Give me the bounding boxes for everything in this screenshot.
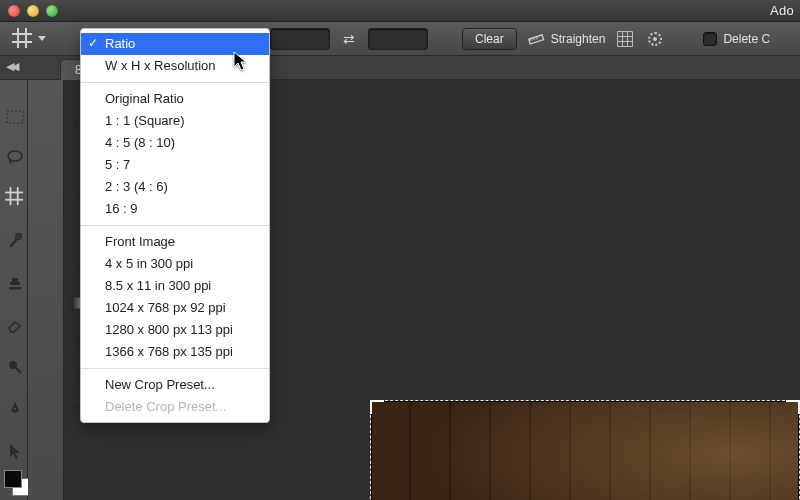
- minimize-icon[interactable]: [27, 5, 39, 17]
- stamp-tool[interactable]: [4, 272, 26, 294]
- menu-item-preset-1280x800[interactable]: 1280 x 800 px 113 ppi: [81, 319, 269, 341]
- clear-button-label: Clear: [475, 32, 504, 46]
- swap-dimensions-icon[interactable]: ⇄: [340, 31, 358, 47]
- menu-item-preset-8p5x11[interactable]: 8.5 x 11 in 300 ppi: [81, 275, 269, 297]
- menu-separator: [81, 225, 269, 226]
- healing-brush-tool[interactable]: [4, 230, 26, 252]
- crop-tool-indicator[interactable]: [10, 30, 50, 48]
- crop-handle-top-right[interactable]: [786, 400, 800, 414]
- svg-point-5: [8, 151, 22, 161]
- menu-item-original-ratio[interactable]: Original Ratio: [81, 88, 269, 110]
- zoom-icon[interactable]: [46, 5, 58, 17]
- straighten-label: Straighten: [551, 32, 606, 46]
- svg-point-10: [9, 361, 17, 369]
- close-icon[interactable]: [8, 5, 20, 17]
- app-title: Ado: [770, 3, 794, 18]
- window-traffic-lights: [8, 5, 58, 17]
- menu-item-preset-4x5[interactable]: 4 x 5 in 300 ppi: [81, 253, 269, 275]
- lasso-tool[interactable]: [4, 146, 26, 168]
- svg-rect-9: [9, 287, 21, 290]
- crop-tool-selected[interactable]: [4, 186, 26, 208]
- path-select-tool[interactable]: [4, 440, 26, 462]
- menu-item-front-image[interactable]: Front Image: [81, 231, 269, 253]
- delete-cropped-checkbox-group[interactable]: Delete C: [703, 32, 770, 46]
- svg-point-12: [14, 408, 16, 410]
- marquee-tool[interactable]: [4, 106, 26, 128]
- color-swatches[interactable]: [4, 470, 30, 496]
- menu-item-new-preset[interactable]: New Crop Preset...: [81, 374, 269, 396]
- crop-ratio-menu: Ratio W x H x Resolution Original Ratio …: [80, 28, 270, 423]
- menu-item-5-7[interactable]: 5 : 7: [81, 154, 269, 176]
- menu-item-preset-1366x768[interactable]: 1366 x 768 px 135 ppi: [81, 341, 269, 363]
- crop-icon: [14, 30, 32, 48]
- svg-rect-4: [7, 111, 23, 123]
- menu-item-1-1[interactable]: 1 : 1 (Square): [81, 110, 269, 132]
- menu-separator: [81, 82, 269, 83]
- canvas-crop-area[interactable]: [370, 400, 800, 500]
- menu-item-preset-1024x768[interactable]: 1024 x 768 px 92 ppi: [81, 297, 269, 319]
- menu-item-16-9[interactable]: 16 : 9: [81, 198, 269, 220]
- clear-button[interactable]: Clear: [462, 28, 517, 50]
- mouse-cursor-icon: [232, 50, 250, 76]
- gear-icon: [648, 32, 662, 46]
- toolbar-secondary-column: [28, 80, 64, 500]
- menu-item-delete-preset: Delete Crop Preset...: [81, 396, 269, 418]
- pen-tool[interactable]: [4, 398, 26, 420]
- menu-item-4-5[interactable]: 4 : 5 (8 : 10): [81, 132, 269, 154]
- straighten-control[interactable]: Straighten: [527, 30, 606, 48]
- crop-width-input[interactable]: [270, 28, 330, 50]
- menu-separator: [81, 368, 269, 369]
- grid-icon: [617, 31, 633, 47]
- menu-item-2-3[interactable]: 2 : 3 (4 : 6): [81, 176, 269, 198]
- eraser-tool[interactable]: [4, 314, 26, 336]
- overlay-grid-button[interactable]: [615, 29, 635, 49]
- delete-cropped-label: Delete C: [723, 32, 770, 46]
- window-titlebar: Ado: [0, 0, 800, 22]
- left-dock: [0, 80, 28, 500]
- straighten-icon: [527, 30, 545, 48]
- delete-cropped-checkbox[interactable]: [703, 32, 717, 46]
- chevron-down-icon: [38, 36, 46, 41]
- foreground-color-swatch[interactable]: [4, 470, 22, 488]
- panel-collapse-icon[interactable]: ◀◀: [6, 60, 16, 73]
- crop-height-input[interactable]: [368, 28, 428, 50]
- crop-options-gear[interactable]: [645, 29, 665, 49]
- crop-handle-top-left[interactable]: [370, 400, 384, 414]
- dodge-tool[interactable]: [4, 356, 26, 378]
- svg-line-11: [16, 368, 21, 373]
